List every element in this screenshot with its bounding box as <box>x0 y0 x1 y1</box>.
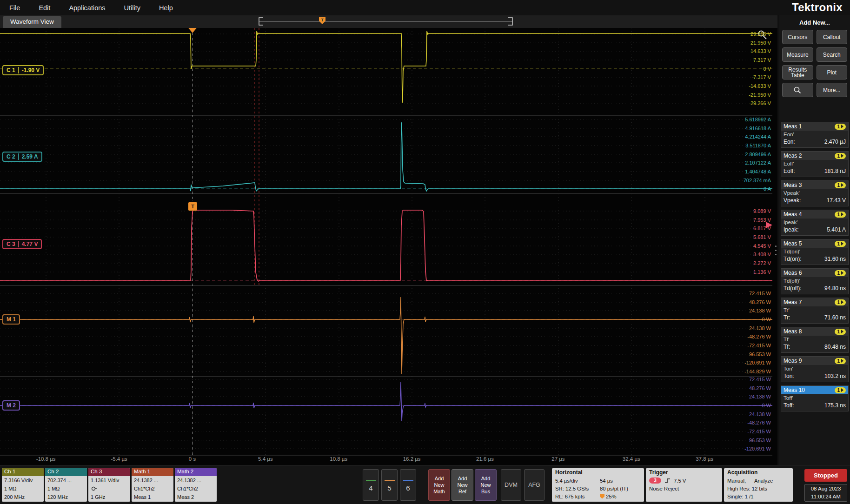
trigger-top-marker[interactable] <box>188 28 197 33</box>
cursors-button[interactable]: Cursors <box>782 30 813 44</box>
measurement-card[interactable]: Meas 5 1 Td(on)' Td(on): 31.60 ns <box>781 239 849 265</box>
tektronix-logo: Tektronix <box>792 1 843 14</box>
math-card-math2[interactable]: Math 2 24.1382 ... Ch1*Ch2 Meas 2 <box>175 468 217 502</box>
menu-item[interactable]: Utility <box>115 4 150 12</box>
add-new-bus-button[interactable]: Add New Bus <box>475 469 497 501</box>
scale-label: 24.138 W <box>744 306 771 315</box>
zoom-icon <box>793 86 802 94</box>
measurement-card[interactable]: Meas 4 1 Ipeak' Ipeak: 5.401 A <box>781 210 849 236</box>
menu-item[interactable]: Help <box>150 4 182 12</box>
channel-color-bar <box>366 480 376 481</box>
waveform-c3 <box>0 210 772 281</box>
scale-labels-math2: 72.415 W48.276 W24.138 W0 W-24.138 W-48.… <box>744 375 771 453</box>
trigger-event-marker[interactable]: T <box>188 202 197 211</box>
waveform-display: T <box>0 28 777 465</box>
measurement-label: Ipeak: <box>784 226 799 233</box>
callout-button[interactable]: Callout <box>817 30 848 44</box>
scale-label: -120.691 W <box>744 444 771 453</box>
measurement-name: Meas 7 <box>784 299 802 305</box>
measurement-source-badge: 1 <box>835 329 846 335</box>
menu-item[interactable]: File <box>0 4 29 12</box>
measurement-name: Meas 9 <box>784 358 802 364</box>
measurement-value-row: Toff: 175.3 ns <box>781 401 848 411</box>
measurement-value: 103.2 ns <box>824 373 846 379</box>
measurement-label: Tr: <box>784 314 790 321</box>
channel-badge-c2[interactable]: C 2 2.59 A <box>2 152 42 162</box>
channel-card-ch2[interactable]: Ch 2 702.374 ... 1 MΩ 120 MHz <box>45 468 87 502</box>
channel-card-ch1[interactable]: Ch 1 7.3166 V/div 1 MΩ 200 MHz <box>2 468 44 502</box>
scale-label: 14.633 V <box>749 47 771 56</box>
measurement-card[interactable]: Meas 10 1 Toff' Toff: 175.3 ns <box>781 385 849 411</box>
measurement-card[interactable]: Meas 9 1 Ton' Ton: 103.2 ns <box>781 356 849 382</box>
measurement-value: 31.60 ns <box>824 256 846 262</box>
add-new-ref-button[interactable]: Add New Ref <box>452 469 473 501</box>
scale-label: 5.618992 A <box>744 115 771 124</box>
dvm-button[interactable]: DVM <box>501 469 521 501</box>
channel-badge-label: C 3 <box>7 241 15 247</box>
plot-button[interactable]: Plot <box>817 65 848 80</box>
measurement-card[interactable]: Meas 3 1 Vpeak' Vpeak: 17.43 V <box>781 180 849 206</box>
probe-icon <box>91 486 97 491</box>
horizontal-position: 25% <box>606 494 617 499</box>
channel-button-6[interactable]: 6 <box>400 469 416 501</box>
measurement-card[interactable]: Meas 6 1 Td(off)' Td(off): 94.80 ns <box>781 268 849 294</box>
measurement-label: Toff: <box>784 402 794 409</box>
tab-waveform-view[interactable]: Waveform View <box>3 16 61 28</box>
measurement-card[interactable]: Meas 2 1 Eoff' Eoff: 181.8 nJ <box>781 151 849 177</box>
measurement-card[interactable]: Meas 7 1 Tr' Tr: 71.60 ns <box>781 298 849 324</box>
menu-item[interactable]: Edit <box>29 4 60 12</box>
math-card-math1[interactable]: Math 1 24.1382 ... Ch1*Ch2 Meas 1 <box>132 468 173 502</box>
measurement-value-row: Tr: 71.60 ns <box>781 313 848 323</box>
channel-badge-c1[interactable]: C 1 -1.90 V <box>2 65 44 75</box>
panel-splitter-handle[interactable] <box>774 245 777 266</box>
channel-color-bar <box>403 480 413 481</box>
more-button[interactable]: More... <box>817 83 848 97</box>
scale-label: 1.136 V <box>753 268 771 277</box>
measurement-source-badge: 1 <box>835 358 846 364</box>
channel-button-4[interactable]: 4 <box>363 469 379 501</box>
channel-card-title: Ch 3 <box>88 468 130 476</box>
measurement-header: Meas 7 1 <box>781 298 848 306</box>
acquisition-panel[interactable]: Acquisition Manual, Analyze High Res: 12… <box>724 468 793 502</box>
channel-button-5[interactable]: 5 <box>381 469 398 501</box>
acquisition-resolution: High Res: 12 bits <box>727 486 767 491</box>
trigger-panel[interactable]: Trigger 3 7.5 V Noise Reject <box>646 468 722 502</box>
zoom-overlay-button[interactable] <box>782 83 813 97</box>
scale-label: 48.276 W <box>744 298 771 307</box>
channel-card-ch3[interactable]: Ch 3 1.1361 V/div 1 GHz <box>88 468 130 502</box>
waveform-m1 <box>0 297 772 374</box>
run-stop-button[interactable]: Stopped <box>804 469 847 482</box>
channel-probe-row <box>88 484 130 493</box>
results-table-button[interactable]: Results Table <box>782 65 813 80</box>
measurement-card[interactable]: Meas 8 1 Tf' Tf: 80.48 ns <box>781 327 849 353</box>
measurement-card[interactable]: Meas 1 1 Eon' Eon: 2.470 µJ <box>781 122 849 148</box>
channel-badge-m1[interactable]: M 1 <box>2 314 20 325</box>
add-new-math-button[interactable]: Add New Math <box>428 469 450 501</box>
trigger-position-letter: T <box>321 18 324 22</box>
scale-label: -7.317 V <box>749 73 771 82</box>
measure-button[interactable]: Measure <box>782 47 813 62</box>
afg-button[interactable]: AFG <box>524 469 545 501</box>
right-panel: Add New... Cursors Callout Measure Searc… <box>779 15 850 465</box>
measurement-value: 175.3 ns <box>824 402 846 409</box>
time: 11:00:24 AM <box>805 493 847 501</box>
measurement-value-row: Ton: 103.2 ns <box>781 371 848 382</box>
measurement-value: 17.43 V <box>827 197 846 204</box>
search-button[interactable]: Search <box>817 47 848 62</box>
add-new-title: Add New... <box>779 19 850 26</box>
waveform-c1 <box>0 31 772 103</box>
measurement-value: 2.470 µJ <box>824 139 846 145</box>
channel-card-title: Ch 2 <box>45 468 87 476</box>
channel-badge-c3[interactable]: C 3 4.77 V <box>2 239 42 249</box>
acquisition-analyze: Analyze <box>754 478 773 484</box>
channel-badge-label: M 2 <box>7 402 16 409</box>
scale-label: -96.553 W <box>744 350 771 359</box>
horizontal-panel[interactable]: Horizontal 5.4 µs/div 54 µs SR: 12.5 GS/… <box>552 468 644 502</box>
measurement-value: 5.401 A <box>827 226 846 233</box>
math-expression: Ch1*Ch2 <box>132 484 173 493</box>
scale-label: 4.545 V <box>753 242 771 251</box>
channel-badge-m2[interactable]: M 2 <box>2 400 20 411</box>
menu-item[interactable]: Applications <box>60 4 114 12</box>
math-source: Meas 2 <box>175 493 217 501</box>
grid-vertical <box>46 28 705 455</box>
